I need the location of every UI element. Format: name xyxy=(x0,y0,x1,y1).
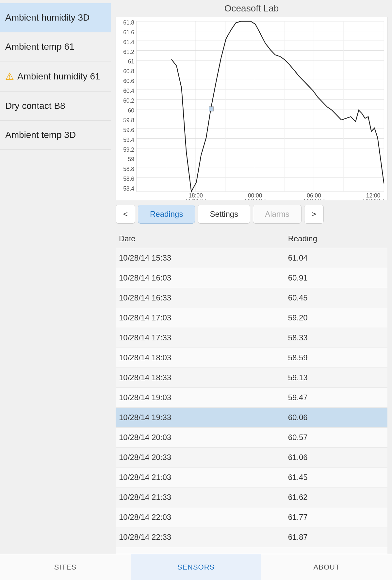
svg-text:59.2: 59.2 xyxy=(123,146,134,153)
chart-svg: 61.8 61.6 61.4 61.2 61 60.8 60.6 60.4 60… xyxy=(116,17,387,200)
table-row[interactable]: 10/28/14 19:0359.47 xyxy=(116,388,387,408)
next-button[interactable]: > xyxy=(304,205,324,224)
table-cell-date: 10/28/14 22:03 xyxy=(116,507,285,527)
table-row[interactable]: 10/28/14 17:3358.33 xyxy=(116,328,387,348)
svg-text:06:00: 06:00 xyxy=(307,192,321,199)
svg-text:60.4: 60.4 xyxy=(123,88,134,94)
table-cell-date: 10/28/14 18:33 xyxy=(116,368,285,388)
svg-text:59.4: 59.4 xyxy=(123,136,134,143)
prev-button[interactable]: < xyxy=(116,205,135,224)
table-row[interactable]: 10/28/14 17:0359.20 xyxy=(116,308,387,328)
table-cell-date: 10/28/14 22:33 xyxy=(116,527,285,547)
bottom-nav-item-sites[interactable]: SITES xyxy=(0,554,131,580)
sidebar-item-ambient-humidity-61[interactable]: ⚠Ambient humidity 61 xyxy=(0,61,111,92)
svg-text:18:00: 18:00 xyxy=(188,192,203,199)
table-cell-date: 10/28/14 18:03 xyxy=(116,348,285,368)
table-cell-reading: 61.77 xyxy=(285,507,387,527)
table-row[interactable]: 10/28/14 21:3361.62 xyxy=(116,487,387,507)
col-reading-header: Reading xyxy=(285,230,387,248)
table-cell-reading: 58.59 xyxy=(285,348,387,368)
svg-text:61: 61 xyxy=(128,58,134,65)
table-cell-reading: 59.13 xyxy=(285,368,387,388)
table-cell-date: 10/28/14 19:33 xyxy=(116,408,285,428)
table-cell-reading: 61.87 xyxy=(285,527,387,547)
svg-text:10/28/14: 10/28/14 xyxy=(185,198,207,200)
table-cell-reading: 60.91 xyxy=(285,268,387,288)
sidebar-item-ambient-humidity-3d[interactable]: Ambient humidity 3D xyxy=(0,3,111,32)
sidebar-item-ambient-temp-3d[interactable]: Ambient temp 3D xyxy=(0,121,111,150)
svg-text:61.2: 61.2 xyxy=(123,48,134,55)
sidebar-item-ambient-temp-61[interactable]: Ambient temp 61 xyxy=(0,32,111,61)
svg-text:58.6: 58.6 xyxy=(123,176,134,182)
sidebar: Ambient humidity 3DAmbient temp 61⚠Ambie… xyxy=(0,0,111,580)
svg-text:58.4: 58.4 xyxy=(123,185,134,192)
table-cell-date: 10/28/14 17:03 xyxy=(116,308,285,328)
table-cell-date: 10/28/14 21:03 xyxy=(116,468,285,487)
nav-buttons: < Readings Settings Alarms > xyxy=(116,205,387,224)
right-panel: Oceasoft Lab 61.8 61.6 61.4 61.2 61 60.8… xyxy=(111,0,392,580)
sidebar-item-label: Ambient temp 3D xyxy=(5,130,76,140)
table-cell-reading: 58.33 xyxy=(285,328,387,348)
table-row[interactable]: 10/28/14 22:3361.87 xyxy=(116,527,387,547)
table-cell-reading: 61.62 xyxy=(285,487,387,507)
svg-text:61.4: 61.4 xyxy=(123,39,134,45)
bottom-nav-item-about[interactable]: ABOUT xyxy=(261,554,392,580)
table-cell-reading: 61.04 xyxy=(285,248,387,268)
bottom-nav: SITESSENSORSABOUT xyxy=(0,554,392,580)
svg-text:10/29/14: 10/29/14 xyxy=(244,198,266,200)
table-row[interactable]: 10/28/14 16:3360.45 xyxy=(116,288,387,308)
table-cell-date: 10/28/14 19:03 xyxy=(116,388,285,408)
sidebar-item-label: Dry contact B8 xyxy=(5,101,65,111)
readings-table: Date Reading 10/28/14 15:3361.0410/28/14… xyxy=(116,230,387,580)
sidebar-item-label: Ambient temp 61 xyxy=(5,42,74,52)
table-cell-reading: 61.45 xyxy=(285,468,387,487)
col-date-header: Date xyxy=(116,230,285,248)
table-cell-date: 10/28/14 20:03 xyxy=(116,428,285,448)
svg-text:61.8: 61.8 xyxy=(123,19,134,26)
sidebar-item-label: Ambient humidity 61 xyxy=(17,71,100,82)
bottom-nav-item-sensors[interactable]: SENSORS xyxy=(131,554,261,580)
svg-text:60.8: 60.8 xyxy=(123,68,134,75)
sidebar-item-dry-contact-b8[interactable]: Dry contact B8 xyxy=(0,92,111,121)
svg-text:12:00: 12:00 xyxy=(366,192,381,199)
table-cell-reading: 60.57 xyxy=(285,428,387,448)
table-row[interactable]: 10/28/14 22:0361.77 xyxy=(116,507,387,527)
table-cell-reading: 61.06 xyxy=(285,448,387,468)
svg-text:00:00: 00:00 xyxy=(248,192,262,199)
table-row[interactable]: 10/28/14 15:3361.04 xyxy=(116,248,387,268)
table-cell-reading: 59.47 xyxy=(285,388,387,408)
table-row[interactable]: 10/28/14 18:3359.13 xyxy=(116,368,387,388)
table-cell-date: 10/28/14 16:33 xyxy=(116,288,285,308)
svg-text:60: 60 xyxy=(128,107,134,114)
table-cell-date: 10/28/14 15:33 xyxy=(116,248,285,268)
table-cell-date: 10/28/14 17:33 xyxy=(116,328,285,348)
chart-title: Oceasoft Lab xyxy=(116,3,387,14)
svg-text:59.6: 59.6 xyxy=(123,127,134,133)
svg-text:60.6: 60.6 xyxy=(123,78,134,84)
table-row[interactable]: 10/28/14 20:0360.57 xyxy=(116,428,387,448)
warning-icon: ⚠ xyxy=(5,71,14,82)
table-row[interactable]: 10/28/14 18:0358.59 xyxy=(116,348,387,368)
table-row[interactable]: 10/28/14 21:0361.45 xyxy=(116,468,387,487)
readings-button[interactable]: Readings xyxy=(138,205,195,224)
svg-text:58.8: 58.8 xyxy=(123,166,134,172)
chart-line xyxy=(172,21,384,192)
table-cell-date: 10/28/14 16:03 xyxy=(116,268,285,288)
table-row[interactable]: 10/28/14 20:3361.06 xyxy=(116,448,387,468)
svg-text:59.8: 59.8 xyxy=(123,117,134,124)
table-row[interactable]: 10/28/14 19:3360.06 xyxy=(116,408,387,428)
chart-container: 61.8 61.6 61.4 61.2 61 60.8 60.6 60.4 60… xyxy=(116,17,387,200)
settings-button[interactable]: Settings xyxy=(198,205,250,224)
svg-text:10/29/14: 10/29/14 xyxy=(362,198,384,200)
table-cell-date: 10/28/14 21:33 xyxy=(116,487,285,507)
chart-marker xyxy=(209,107,214,111)
sidebar-item-label: Ambient humidity 3D xyxy=(5,12,90,23)
alarms-button[interactable]: Alarms xyxy=(253,205,302,224)
table-cell-reading: 60.45 xyxy=(285,288,387,308)
table-row[interactable]: 10/28/14 16:0360.91 xyxy=(116,268,387,288)
svg-text:59: 59 xyxy=(128,156,134,162)
svg-text:60.2: 60.2 xyxy=(123,97,134,104)
table-cell-date: 10/28/14 20:33 xyxy=(116,448,285,468)
main-container: Ambient humidity 3DAmbient temp 61⚠Ambie… xyxy=(0,0,392,580)
svg-text:61.6: 61.6 xyxy=(123,29,134,36)
